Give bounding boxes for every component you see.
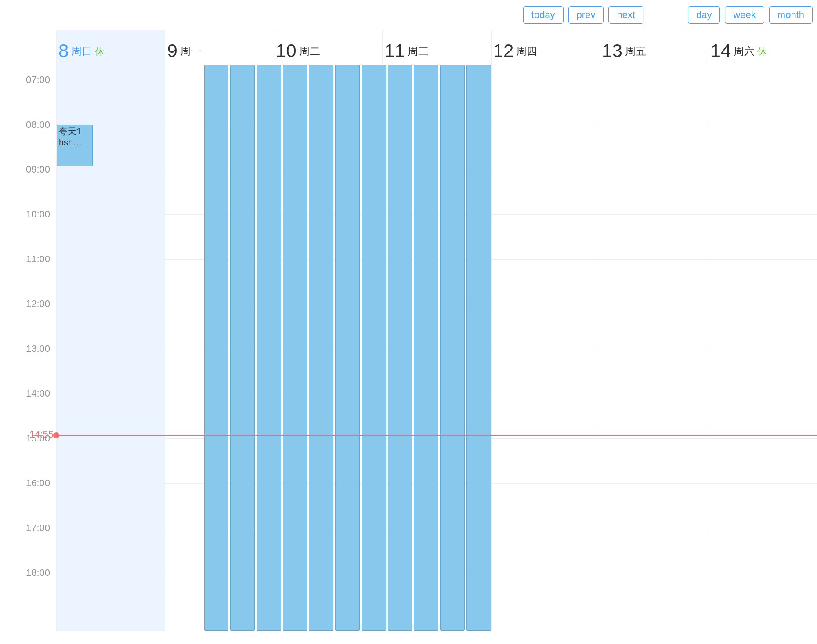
calendar-event[interactable]	[204, 65, 229, 631]
time-axis-label: 15:00	[26, 433, 50, 444]
time-axis-label: 14:00	[26, 388, 50, 399]
time-axis-label: 11:00	[26, 253, 50, 265]
time-axis-label: 09:00	[26, 164, 50, 175]
calendar-event[interactable]	[283, 65, 307, 631]
calendar-event[interactable]: 夸天1hsh…	[57, 125, 93, 166]
time-axis-label: 18:00	[26, 567, 50, 579]
calendar: 8周日休9周一10周二11周三12周四13周五14周六休 07:0008:000…	[0, 30, 817, 631]
day-column[interactable]	[709, 65, 817, 631]
day-weekday: 周六	[734, 44, 755, 58]
month-view-button[interactable]: month	[769, 6, 813, 24]
rest-tag: 休	[95, 45, 105, 58]
gutter-head	[0, 30, 56, 65]
calendar-event[interactable]	[388, 65, 412, 631]
day-column[interactable]	[491, 65, 600, 631]
time-axis-label: 07:00	[26, 74, 50, 86]
calendar-event[interactable]	[466, 65, 491, 631]
day-column[interactable]: 夸天1hsh…	[56, 65, 165, 631]
time-axis-label: 16:00	[26, 478, 50, 489]
day-weekday: 周三	[408, 44, 429, 58]
time-axis-label: 08:00	[26, 119, 50, 130]
nav-button-group: today prev next	[523, 6, 643, 24]
day-weekday: 周五	[625, 44, 646, 58]
toolbar: today prev next day week month	[0, 0, 817, 30]
calendar-event[interactable]	[414, 65, 438, 631]
day-header[interactable]: 12周四	[491, 30, 600, 65]
day-header[interactable]: 9周一	[165, 30, 273, 65]
day-number: 12	[493, 42, 514, 60]
prev-button[interactable]: prev	[568, 6, 604, 24]
time-axis-label: 17:00	[26, 522, 50, 534]
day-number: 9	[167, 42, 177, 60]
calendar-body: 07:0008:0009:0010:0011:0012:0013:0014:00…	[0, 65, 817, 631]
day-weekday: 周日	[71, 44, 92, 58]
calendar-event[interactable]	[309, 65, 333, 631]
day-weekday: 周四	[516, 44, 537, 58]
day-number: 13	[602, 42, 622, 60]
calendar-event[interactable]	[440, 65, 465, 631]
calendar-event[interactable]	[362, 65, 386, 631]
time-axis-label: 12:00	[26, 298, 50, 310]
day-weekday: 周一	[180, 44, 201, 58]
day-number: 10	[276, 42, 296, 60]
day-header[interactable]: 8周日休	[56, 30, 165, 65]
day-header[interactable]: 10周二	[274, 30, 382, 65]
day-number: 11	[384, 42, 405, 60]
week-view-button[interactable]: week	[725, 6, 764, 24]
event-subtitle: hsh…	[59, 137, 90, 148]
day-view-button[interactable]: day	[688, 6, 720, 24]
day-header[interactable]: 14周六休	[709, 30, 817, 65]
day-header[interactable]: 11周三	[382, 30, 491, 65]
time-axis-label: 10:00	[26, 209, 50, 220]
calendar-event[interactable]	[335, 65, 360, 631]
event-title: 夸天1	[59, 126, 90, 137]
time-axis-label: 13:00	[26, 343, 50, 355]
day-header[interactable]: 13周五	[600, 30, 708, 65]
day-columns: 夸天1hsh…	[56, 65, 817, 631]
day-number: 8	[58, 42, 69, 60]
view-button-group: day week month	[688, 6, 813, 24]
calendar-event[interactable]	[230, 65, 255, 631]
calendar-event[interactable]	[257, 65, 281, 631]
day-weekday: 周二	[299, 44, 320, 58]
day-number: 14	[711, 42, 731, 60]
day-header-row: 8周日休9周一10周二11周三12周四13周五14周六休	[0, 30, 817, 65]
day-column[interactable]	[600, 65, 708, 631]
time-gutter: 07:0008:0009:0010:0011:0012:0013:0014:00…	[0, 65, 56, 631]
rest-tag: 休	[757, 45, 767, 58]
today-button[interactable]: today	[523, 6, 564, 24]
next-button[interactable]: next	[608, 6, 643, 24]
